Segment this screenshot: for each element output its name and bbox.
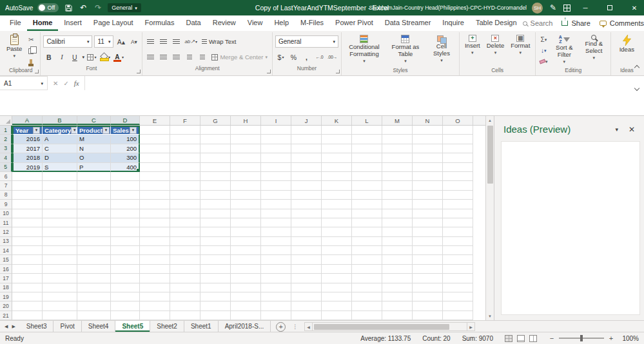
tab-page-layout[interactable]: Page Layout	[88, 15, 139, 31]
cell-G8[interactable]	[200, 191, 231, 200]
cell-K16[interactable]	[322, 265, 352, 274]
cell-N3[interactable]	[413, 144, 443, 153]
cell-C16[interactable]	[77, 265, 111, 274]
cell-D14[interactable]	[111, 246, 140, 255]
cell-H13[interactable]	[231, 237, 261, 246]
cell-I21[interactable]	[261, 311, 291, 320]
cell-K10[interactable]	[322, 209, 352, 218]
cell-N2[interactable]	[413, 135, 443, 144]
cell-C1[interactable]: Product▼	[77, 126, 111, 135]
cell-A2[interactable]: 2016	[12, 135, 43, 144]
wrap-text-button[interactable]: Wrap Text	[200, 38, 238, 45]
cell-A4[interactable]: 2018	[12, 153, 43, 162]
cell-E5[interactable]	[140, 163, 170, 172]
cell-E9[interactable]	[140, 200, 170, 209]
cell-B12[interactable]	[43, 227, 77, 236]
cell-B7[interactable]	[43, 181, 77, 190]
cell-E20[interactable]	[140, 301, 170, 311]
cell-J5[interactable]	[291, 163, 322, 172]
cell-M9[interactable]	[382, 200, 413, 209]
cell-B1[interactable]: Category▼	[43, 126, 77, 135]
cell-O11[interactable]	[443, 218, 473, 227]
cell-D21[interactable]	[111, 311, 140, 320]
cell-F8[interactable]	[170, 191, 200, 200]
cell-M18[interactable]	[382, 283, 413, 292]
style-dropdown[interactable]: General ▾	[108, 3, 141, 12]
cell-N20[interactable]	[413, 301, 443, 311]
cell-A1[interactable]: Year▼	[12, 126, 43, 135]
zoom-slider[interactable]	[559, 338, 604, 339]
cell-N18[interactable]	[413, 283, 443, 292]
cell-O18[interactable]	[443, 283, 473, 292]
cell-H19[interactable]	[231, 292, 261, 301]
cell-H4[interactable]	[231, 153, 261, 162]
cell-C18[interactable]	[77, 283, 111, 292]
cell-M2[interactable]	[382, 135, 413, 144]
cell-G12[interactable]	[200, 227, 231, 236]
conditional-formatting-button[interactable]: Conditional Formatting ▾	[344, 33, 384, 64]
insert-cells-button[interactable]: + Insert ▾	[462, 33, 483, 55]
fill-color-button[interactable]: ▾	[99, 52, 111, 63]
cell-D17[interactable]	[111, 274, 140, 283]
sort-filter-button[interactable]: AZ Sort & Filter ▾	[550, 33, 578, 64]
tab-data[interactable]: Data	[180, 15, 206, 31]
horizontal-scroll-track[interactable]	[313, 322, 467, 331]
cell-A9[interactable]	[12, 200, 43, 209]
align-top-button[interactable]	[145, 36, 156, 48]
tab-data-streamer[interactable]: Data Streamer	[379, 15, 437, 31]
percent-style-button[interactable]: %	[288, 52, 299, 63]
cell-O15[interactable]	[443, 255, 473, 264]
cell-M14[interactable]	[382, 246, 413, 255]
cell-L1[interactable]	[352, 126, 382, 135]
redo-icon[interactable]: ↷	[93, 2, 103, 14]
cell-I18[interactable]	[261, 283, 291, 292]
row-header-4[interactable]: 4	[0, 153, 12, 162]
cell-C3[interactable]: N	[77, 144, 111, 153]
cell-C9[interactable]	[77, 200, 111, 209]
filter-button-year[interactable]: ▼	[33, 127, 40, 134]
cell-D15[interactable]	[111, 255, 140, 264]
row-header-17[interactable]: 17	[0, 274, 12, 283]
cell-E10[interactable]	[140, 209, 170, 218]
cell-M8[interactable]	[382, 191, 413, 200]
cell-F3[interactable]	[170, 144, 200, 153]
cell-K4[interactable]	[322, 153, 352, 162]
cell-F9[interactable]	[170, 200, 200, 209]
page-layout-view-button[interactable]	[517, 335, 525, 342]
row-header-12[interactable]: 12	[0, 227, 12, 236]
cell-C8[interactable]	[77, 191, 111, 200]
cell-I20[interactable]	[261, 301, 291, 311]
cell-K21[interactable]	[322, 311, 352, 320]
cell-J18[interactable]	[291, 283, 322, 292]
row-header-8[interactable]: 8	[0, 191, 12, 200]
increase-decimal-button[interactable]: ←.0	[314, 52, 325, 63]
cell-C15[interactable]	[77, 255, 111, 264]
cell-O4[interactable]	[443, 153, 473, 162]
cell-L14[interactable]	[352, 246, 382, 255]
cell-E12[interactable]	[140, 227, 170, 236]
cell-M6[interactable]	[382, 172, 413, 181]
cell-I17[interactable]	[261, 274, 291, 283]
font-dialog-launcher-icon[interactable]	[137, 70, 141, 73]
sheet-tab-sheet3[interactable]: Sheet3	[20, 321, 54, 332]
cell-O7[interactable]	[443, 181, 473, 190]
cell-H18[interactable]	[231, 283, 261, 292]
cell-B20[interactable]	[43, 301, 77, 311]
cell-C12[interactable]	[77, 227, 111, 236]
cell-G11[interactable]	[200, 218, 231, 227]
sheet-tab-pivot[interactable]: Pivot	[54, 321, 81, 332]
vertical-scroll-thumb[interactable]	[487, 126, 493, 184]
column-header-B[interactable]: B	[43, 116, 77, 125]
cell-D13[interactable]	[111, 237, 140, 246]
cell-E1[interactable]	[140, 126, 170, 135]
cell-I16[interactable]	[261, 265, 291, 274]
cell-C10[interactable]	[77, 209, 111, 218]
tab-m-files[interactable]: M-Files	[295, 15, 329, 31]
column-header-F[interactable]: F	[170, 116, 200, 125]
cell-E11[interactable]	[140, 218, 170, 227]
cell-F2[interactable]	[170, 135, 200, 144]
cell-I12[interactable]	[261, 227, 291, 236]
cell-K11[interactable]	[322, 218, 352, 227]
cell-H10[interactable]	[231, 209, 261, 218]
select-all-corner[interactable]	[0, 116, 12, 125]
